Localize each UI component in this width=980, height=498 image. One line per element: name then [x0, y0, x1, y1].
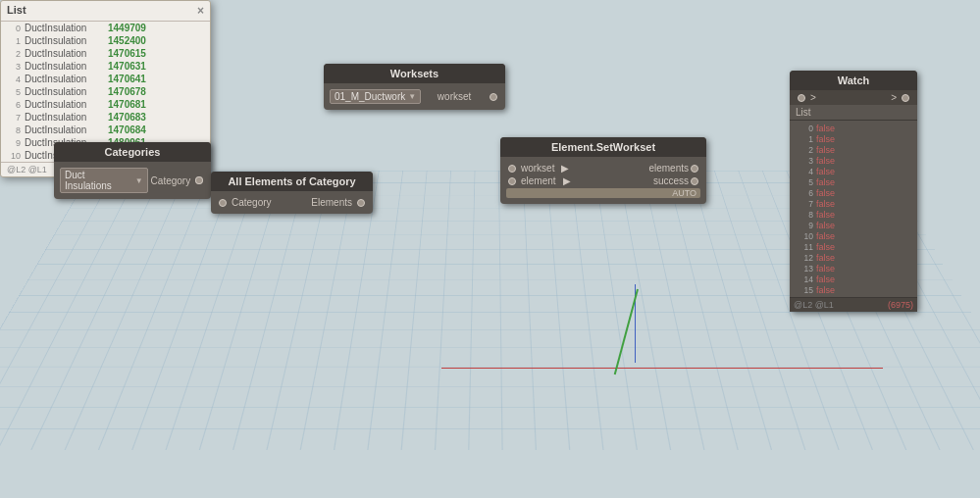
watch-row-val: false — [816, 145, 835, 155]
watch-row: 8 false — [794, 209, 913, 220]
watch-row-val: false — [816, 285, 835, 295]
categories-dropdown-arrow: ▼ — [135, 176, 143, 185]
watch-row-idx: 3 — [796, 156, 813, 166]
list-row-idx: 1 — [5, 36, 21, 46]
watch-row-val: false — [816, 231, 835, 241]
worksets-dropdown-value: 01_M_Ductwork — [335, 91, 405, 102]
watch-row: 7 false — [794, 198, 913, 209]
list-item: 0 DuctInsulation 1449709 — [1, 22, 210, 34]
list-row-value: 1470641 — [108, 74, 146, 84]
watch-row-val: false — [816, 124, 835, 133]
watch-row: 14 false — [794, 274, 913, 284]
watch-footer-right: (6975) — [888, 300, 913, 310]
watch-row-idx: 7 — [796, 199, 813, 209]
watch-row: 6 false — [794, 187, 913, 198]
list-row-type: DuctInsulation — [25, 112, 108, 123]
watch-row-idx: 4 — [796, 167, 813, 176]
list-row-idx: 10 — [5, 151, 21, 161]
all-elements-title: All Elements of Category — [211, 172, 373, 191]
list-close-button[interactable]: × — [197, 4, 204, 18]
all-elements-in-label: Category — [229, 197, 275, 208]
list-row-idx: 9 — [5, 138, 21, 148]
set-workset-node: Element.SetWorkset workset ▶ elements el… — [500, 137, 706, 204]
list-item: 4 DuctInsulation 1470641 — [1, 73, 210, 85]
set-workset-out1-port — [691, 165, 698, 173]
list-row-value: 1452400 — [108, 35, 146, 46]
list-row-idx: 2 — [5, 49, 21, 59]
list-rows: 0 DuctInsulation 1449709 1 DuctInsulatio… — [1, 22, 210, 162]
list-row-type: DuctInsulation — [25, 61, 108, 72]
watch-title: Watch — [790, 71, 917, 90]
list-footer-left: @L2 @L1 — [7, 165, 47, 174]
list-row-value: 1470678 — [108, 86, 146, 97]
list-row-value: 1470684 — [108, 124, 146, 135]
watch-row-val: false — [816, 210, 835, 220]
list-row-idx: 4 — [5, 75, 21, 84]
watch-row: 0 false — [794, 123, 913, 133]
list-item: 1 DuctInsulation 1452400 — [1, 34, 210, 47]
watch-row: 9 false — [794, 220, 913, 230]
watch-row-idx: 13 — [796, 264, 813, 274]
set-workset-out2-port — [691, 177, 698, 185]
watch-row-idx: 0 — [796, 124, 813, 133]
watch-row: 4 false — [794, 166, 913, 176]
watch-row-idx: 11 — [796, 242, 813, 252]
list-row-value: 1470681 — [108, 99, 146, 110]
list-item: 3 DuctInsulation 1470631 — [1, 60, 210, 73]
watch-row-val: false — [816, 274, 835, 284]
watch-row: 1 false — [794, 133, 913, 144]
watch-footer: @L2 @L1 (6975) — [790, 297, 917, 312]
list-row-value: 1470631 — [108, 61, 146, 72]
categories-port-label: Category — [148, 175, 194, 186]
watch-row: 3 false — [794, 155, 913, 166]
worksets-dropdown-arrow: ▼ — [408, 92, 416, 101]
watch-row-idx: 8 — [796, 210, 813, 220]
list-row-type: DuctInsulation — [25, 74, 108, 84]
watch-row-val: false — [816, 242, 835, 252]
worksets-dropdown[interactable]: 01_M_Ductwork ▼ — [330, 89, 421, 104]
watch-row-idx: 6 — [796, 188, 813, 198]
all-elements-out-label: Elements — [308, 197, 355, 208]
watch-row-idx: 10 — [796, 231, 813, 241]
categories-title: Categories — [54, 142, 211, 162]
set-workset-out1-label: elements — [648, 163, 689, 174]
watch-row-idx: 2 — [796, 145, 813, 155]
watch-row-val: false — [816, 199, 835, 209]
list-row-type: DuctInsulation — [25, 48, 108, 59]
list-row-value: 1449709 — [108, 23, 146, 33]
list-row-idx: 0 — [5, 24, 21, 33]
watch-row-idx: 12 — [796, 253, 813, 263]
horizontal-axis — [441, 368, 883, 369]
worksets-title: Worksets — [324, 64, 505, 83]
set-workset-in1-label: workset — [518, 163, 557, 174]
set-workset-title: Element.SetWorkset — [500, 137, 706, 157]
watch-list: 0 false 1 false 2 false 3 false 4 false … — [790, 121, 917, 297]
watch-row-idx: 5 — [796, 177, 813, 187]
watch-in-label: > — [807, 92, 819, 103]
all-elements-node: All Elements of Category Category Elemen… — [211, 172, 373, 214]
list-item: 5 DuctInsulation 1470678 — [1, 85, 210, 98]
list-row-idx: 8 — [5, 125, 21, 135]
categories-output-port — [195, 176, 203, 184]
watch-row-val: false — [816, 177, 835, 187]
list-row-type: DuctInsulation — [25, 124, 108, 135]
watch-row-val: false — [816, 253, 835, 263]
list-item: 2 DuctInsulation 1470615 — [1, 47, 210, 60]
watch-row-idx: 15 — [796, 285, 813, 295]
watch-row: 15 false — [794, 284, 913, 295]
watch-row-val: false — [816, 156, 835, 166]
watch-output-port — [902, 94, 909, 102]
list-row-type: DuctInsulation — [25, 35, 108, 46]
watch-row-val: false — [816, 188, 835, 198]
list-panel-title: List × — [1, 1, 210, 22]
watch-row-idx: 9 — [796, 221, 813, 230]
categories-dropdown[interactable]: Duct Insulations ▼ — [60, 168, 148, 193]
list-row-type: DuctInsulation — [25, 86, 108, 97]
list-row-value: 1470683 — [108, 112, 146, 123]
watch-row: 13 false — [794, 263, 913, 274]
set-workset-out2-label: success — [653, 175, 689, 186]
list-row-idx: 5 — [5, 87, 21, 97]
watch-row: 12 false — [794, 252, 913, 263]
watch-input-port — [798, 94, 805, 102]
list-row-idx: 7 — [5, 113, 21, 123]
